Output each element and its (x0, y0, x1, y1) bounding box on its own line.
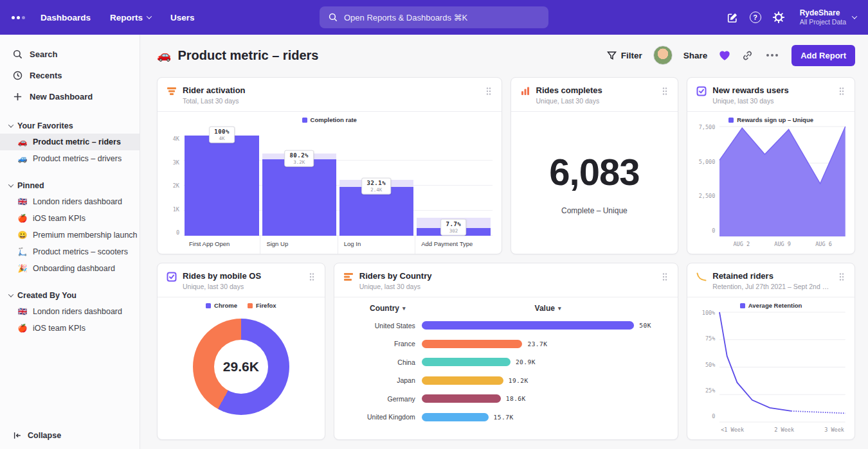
funnel-bar[interactable] (262, 159, 336, 236)
card-rides-completes: Rides completes Unique, Last 30 days 6,0… (511, 77, 679, 254)
sidebar-collapse-button[interactable]: Collapse (13, 431, 61, 440)
drag-handle-icon[interactable] (307, 271, 316, 285)
axis-tick-label: 100% (702, 310, 715, 316)
funnel-column[interactable]: 100%4K (183, 136, 260, 236)
sidebar-section-header[interactable]: Pinned (0, 177, 140, 193)
funnel-filter-icon (607, 51, 617, 60)
country-bar[interactable] (422, 340, 523, 348)
sidebar-item[interactable]: 🚙Product metrics – drivers (0, 150, 140, 167)
add-report-button[interactable]: Add Report (791, 45, 855, 66)
drag-handle-icon[interactable] (837, 271, 846, 285)
nav-reports[interactable]: Reports (110, 13, 151, 22)
sidebar-item[interactable]: 🇬🇧London riders dashboard (0, 303, 140, 320)
retention-y-axis: 100%75%50%25%0 (696, 310, 719, 419)
nav-dashboards[interactable]: Dashboards (41, 13, 91, 22)
card-subtitle: Total, Last 30 days (183, 97, 478, 105)
filter-button[interactable]: Filter (607, 51, 642, 60)
donut-chart[interactable]: 29.6K (193, 319, 289, 415)
legend-swatch (302, 118, 307, 123)
sidebar-item-label: London riders dashboard (33, 307, 122, 316)
nav-dashboards-label: Dashboards (41, 13, 91, 22)
help-glyph: ? (750, 12, 761, 23)
funnel-columns: 100%4K80.2%3.2K32.1%2.4K7.7%302 (183, 136, 493, 236)
sidebar-item-label: Product metric – riders (33, 137, 121, 146)
card-rides-by-mobile-os: Rides by mobile OS Unique, last 30 days … (157, 263, 325, 440)
drag-handle-icon[interactable] (660, 271, 669, 285)
axis-tick-label: 7,500 (699, 124, 716, 130)
sidebar-item[interactable]: 🛴Product metrics – scooters (0, 243, 140, 260)
chevron-down-icon (8, 292, 14, 297)
funnel-step-label: First App Open (183, 236, 260, 254)
card-title[interactable]: Rides by mobile OS (183, 271, 302, 281)
sidebar-new-dashboard[interactable]: New Dashboard (0, 86, 140, 107)
dashboard-emoji: 🇬🇧 (17, 307, 28, 316)
area-chart[interactable] (719, 127, 845, 236)
funnel-percent-label: 80.2% (289, 152, 309, 159)
sidebar-section-title: Pinned (17, 181, 44, 190)
card-title[interactable]: Rider activation (183, 85, 478, 95)
card-title[interactable]: New rewards users (712, 85, 831, 95)
funnel-bar[interactable] (185, 136, 258, 236)
country-label: United Kingdom (346, 413, 422, 421)
dashboard-emoji: 🇬🇧 (17, 197, 28, 206)
sidebar: Search Recents New Dashboard Your Favori… (0, 35, 140, 449)
feedback-icon[interactable] (727, 12, 738, 23)
drag-handle-icon[interactable] (660, 85, 669, 100)
sidebar-item[interactable]: 😀Premium membership launch (0, 227, 140, 243)
sidebar-item[interactable]: 🍎iOS team KPIs (0, 320, 140, 337)
value-column-header[interactable]: Value ▾ (429, 304, 667, 313)
sidebar-item-label: iOS team KPIs (33, 324, 86, 333)
nav-users[interactable]: Users (170, 13, 195, 22)
funnel-column[interactable]: 80.2%3.2K (260, 136, 338, 236)
card-subtitle: Unique, last 30 days (712, 97, 831, 105)
share-button[interactable]: Share (683, 51, 708, 60)
card-title[interactable]: Riders by Country (359, 271, 655, 281)
search-icon (329, 13, 338, 22)
country-bar[interactable] (422, 376, 503, 385)
retention-chart[interactable] (719, 312, 845, 422)
card-title[interactable]: Rides completes (536, 85, 655, 95)
sidebar-section-header[interactable]: Your Favorites (0, 118, 140, 134)
project-subtitle: All Project Data (800, 18, 846, 26)
sidebar-recents[interactable]: Recents (0, 65, 140, 86)
favorite-heart-icon[interactable] (718, 49, 731, 61)
project-switcher[interactable]: RydeShare All Project Data (800, 8, 856, 26)
copy-link-icon[interactable] (742, 50, 753, 61)
card-title[interactable]: Retained riders (712, 271, 831, 281)
sidebar-item[interactable]: 🎉Onboarding dashboard (0, 260, 140, 277)
funnel-y-axis: 4K3K2K1K0 (167, 136, 183, 236)
country-column-header[interactable]: Country ▾ (346, 304, 429, 313)
country-bar-track: 18.6K (422, 394, 667, 403)
sidebar-search[interactable]: Search (0, 44, 140, 65)
global-search-input[interactable]: Open Reports & Dashboards ⌘K (320, 6, 548, 28)
funnel-step-label: Sign Up (260, 236, 337, 254)
country-bar[interactable] (422, 358, 511, 366)
card-subtitle: Retention, Jul 27th 2021 – Sept 2nd 2021 (712, 283, 831, 290)
sidebar-section-header[interactable]: Created By You (0, 287, 140, 303)
funnel-column[interactable]: 32.1%2.4K (338, 136, 415, 236)
legend-swatch (206, 303, 211, 308)
axis-tick-label: 0 (712, 227, 715, 234)
drag-handle-icon[interactable] (484, 85, 493, 100)
country-value: 18.6K (506, 395, 526, 402)
country-bar[interactable] (422, 413, 489, 421)
app-menu-icon[interactable] (12, 16, 25, 19)
sidebar-item[interactable]: 🚗Product metric – riders (0, 134, 140, 150)
sidebar-item[interactable]: 🇬🇧London riders dashboard (0, 193, 140, 210)
sidebar-item-label: Premium membership launch (33, 231, 138, 240)
settings-gear-icon[interactable] (773, 12, 784, 23)
drag-handle-icon[interactable] (837, 85, 846, 100)
top-navbar: Dashboards Reports Users Open Reports & … (0, 0, 868, 35)
plus-icon (13, 92, 23, 101)
more-options-icon[interactable] (764, 51, 781, 59)
axis-tick-label: 2,500 (699, 193, 716, 199)
dashboard-emoji: 🚗 (17, 137, 28, 146)
funnel-column[interactable]: 7.7%302 (415, 136, 492, 236)
area-y-axis: 7,5005,0002,5000 (696, 124, 719, 234)
user-avatar[interactable] (653, 46, 673, 65)
axis-tick-label: 0 (712, 413, 715, 419)
sidebar-item[interactable]: 🍎iOS team KPIs (0, 210, 140, 227)
country-bar[interactable] (422, 394, 501, 403)
country-bar[interactable] (422, 321, 635, 330)
help-icon[interactable]: ? (750, 12, 761, 23)
